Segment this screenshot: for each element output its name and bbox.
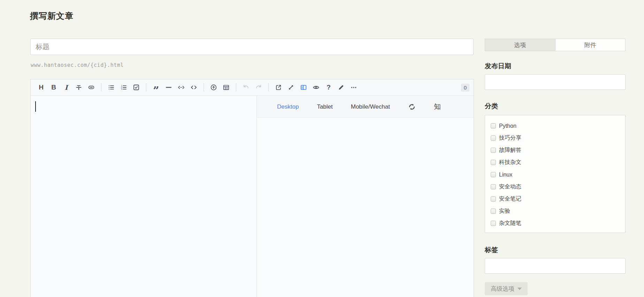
help-icon: ? — [327, 84, 331, 91]
advanced-options-button[interactable]: 高级选项 — [485, 282, 528, 295]
publish-date-input[interactable] — [485, 74, 626, 90]
undo-button[interactable] — [240, 81, 252, 93]
link-icon — [88, 84, 95, 91]
italic-icon: I — [65, 84, 68, 91]
checkbox-icon[interactable] — [491, 172, 496, 177]
italic-button[interactable]: I — [60, 81, 72, 93]
redo-button[interactable] — [252, 81, 265, 93]
new-window-button[interactable] — [272, 81, 285, 93]
checkbox-icon[interactable] — [491, 148, 496, 153]
preview-tab-mobile-wechat[interactable]: Mobile/Wechat — [351, 103, 390, 110]
tab-attachments[interactable]: 附件 — [555, 39, 626, 51]
unordered-list-icon — [108, 84, 115, 91]
horizontal-rule-button[interactable] — [162, 81, 175, 93]
categories-box: Python 技巧分享 故障解答 科技杂文 Linux 安全动态 安全笔记 实验… — [485, 115, 626, 233]
category-item[interactable]: 杂文随笔 — [491, 217, 620, 229]
char-counter: 0 — [461, 84, 469, 92]
new-window-icon — [275, 84, 282, 91]
ordered-list-button[interactable]: 1 2 3 — [117, 81, 130, 93]
category-item-label: Linux — [499, 172, 512, 178]
category-item[interactable]: Python — [491, 120, 620, 132]
pencil-icon — [338, 84, 345, 91]
category-item-label: 安全动态 — [499, 183, 521, 190]
toolbar-separator — [236, 83, 236, 92]
checkbox-icon[interactable] — [491, 209, 496, 214]
checkbox-icon[interactable] — [491, 196, 496, 202]
fullscreen-button[interactable] — [285, 81, 297, 93]
markdown-editor-container: H B I 1 2 3 — [30, 79, 474, 297]
category-item[interactable]: 实验 — [491, 205, 620, 217]
split-view-button[interactable] — [297, 81, 310, 93]
fullscreen-icon — [288, 84, 294, 91]
chevron-down-icon — [518, 288, 522, 290]
table-icon — [223, 84, 230, 91]
upload-icon — [210, 84, 217, 91]
preview-tab-tablet[interactable]: Tablet — [317, 103, 332, 110]
sync-refresh-button[interactable] — [408, 103, 416, 111]
task-list-button[interactable] — [130, 81, 143, 93]
permalink-text: www.hantaosec.com/{cid}.html — [31, 62, 124, 68]
category-item-label: 实验 — [499, 208, 510, 215]
toolbar-separator — [101, 83, 101, 92]
post-title-input[interactable] — [30, 39, 474, 55]
toolbar-separator — [146, 83, 146, 92]
bold-button[interactable]: B — [47, 81, 60, 93]
page-title: 撰写新文章 — [30, 10, 74, 22]
category-item[interactable]: 安全笔记 — [491, 193, 620, 205]
link-button[interactable] — [85, 81, 98, 93]
editor-body: Desktop Tablet Mobile/Wechat 知 — [31, 96, 474, 297]
unordered-list-button[interactable] — [105, 81, 117, 93]
categories-label: 分类 — [485, 102, 626, 111]
redo-icon — [255, 84, 262, 91]
sidebar-tabs: 选项 附件 — [485, 39, 626, 51]
category-item[interactable]: 故障解答 — [491, 144, 620, 156]
inline-code-button[interactable] — [187, 81, 200, 93]
markdown-input-pane[interactable] — [31, 96, 257, 297]
quote-button[interactable]: ” — [150, 81, 162, 93]
eye-icon — [313, 84, 320, 91]
strikethrough-button[interactable] — [72, 81, 85, 93]
preview-content — [257, 118, 474, 297]
upload-button[interactable] — [207, 81, 220, 93]
category-item-label: 技巧分享 — [499, 134, 521, 142]
tab-options[interactable]: 选项 — [485, 39, 555, 51]
help-button[interactable]: ? — [322, 81, 335, 93]
preview-header: Desktop Tablet Mobile/Wechat 知 — [257, 96, 474, 118]
tags-label: 标签 — [485, 245, 626, 255]
category-item[interactable]: 科技杂文 — [491, 156, 620, 169]
more-button[interactable] — [347, 81, 360, 93]
category-item-label: 故障解答 — [499, 147, 521, 154]
category-item-label: 安全笔记 — [499, 195, 521, 203]
publish-date-label: 发布日期 — [485, 62, 626, 71]
category-item[interactable]: 技巧分享 — [491, 132, 620, 144]
category-item[interactable]: 安全动态 — [491, 181, 620, 193]
zhihu-export-button[interactable]: 知 — [434, 102, 441, 111]
split-view-icon — [300, 84, 307, 91]
checkbox-icon[interactable] — [491, 135, 496, 141]
code-block-icon — [178, 84, 185, 91]
category-item-label: 科技杂文 — [499, 159, 521, 166]
category-item-label: 杂文随笔 — [499, 220, 521, 227]
checkbox-icon[interactable] — [491, 123, 496, 128]
checkbox-icon[interactable] — [491, 221, 496, 226]
task-list-icon — [133, 84, 140, 91]
code-block-button[interactable] — [175, 81, 187, 93]
inline-code-icon — [190, 84, 197, 91]
ellipsis-icon — [350, 84, 357, 91]
preview-tab-desktop[interactable]: Desktop — [277, 103, 299, 110]
heading-button[interactable]: H — [35, 81, 47, 93]
toolbar-separator — [268, 83, 269, 92]
strikethrough-icon — [75, 84, 82, 91]
category-item-label: Python — [499, 123, 516, 129]
edit-pencil-button[interactable] — [335, 81, 347, 93]
checkbox-icon[interactable] — [491, 160, 496, 165]
svg-text:3: 3 — [121, 88, 122, 90]
checkbox-icon[interactable] — [491, 184, 496, 189]
category-item[interactable]: Linux — [491, 169, 620, 181]
table-button[interactable] — [220, 81, 232, 93]
editor-toolbar: H B I 1 2 3 — [31, 79, 474, 96]
heading-icon: H — [39, 84, 44, 91]
preview-eye-button[interactable] — [310, 81, 322, 93]
text-cursor — [35, 101, 36, 112]
tags-input[interactable] — [485, 258, 626, 274]
